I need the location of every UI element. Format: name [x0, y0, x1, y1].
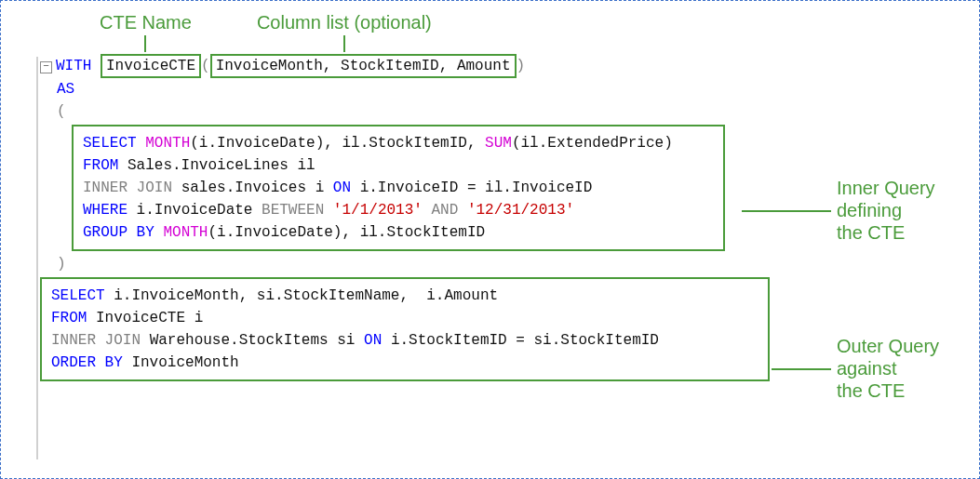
code-text: i.InvoiceMonth, si.StockItemName, i.Amou…: [105, 287, 498, 304]
code-line: (: [40, 100, 979, 123]
connector-vertical: [144, 35, 146, 52]
code-text: i.InvoiceDate: [128, 202, 262, 219]
box-cte-name: InvoiceCTE: [101, 54, 201, 78]
connector-vertical: [343, 35, 345, 52]
label-inner-query-l3: the CTE: [837, 221, 935, 244]
kw-from: FROM: [83, 157, 118, 174]
cte-identifier: InvoiceCTE: [106, 58, 195, 74]
code-text: sales.Invoices i: [172, 180, 333, 196]
code-line: FROM InvoiceCTE i: [51, 307, 758, 329]
column-list-text: InvoiceMonth, StockItemID, Amount: [216, 58, 511, 74]
label-inner-query-l2: defining: [837, 199, 935, 221]
connector-horizontal: [742, 210, 831, 212]
kw-order-by: ORDER BY: [51, 354, 123, 371]
label-outer-query: Outer Query against the CTE: [837, 335, 939, 402]
diagram-frame: CTE Name Column list (optional) Inner Qu…: [0, 0, 980, 479]
label-outer-query-l1: Outer Query: [837, 335, 939, 357]
kw-where: WHERE: [83, 202, 128, 219]
label-inner-query: Inner Query defining the CTE: [837, 177, 935, 244]
code-line: WHERE i.InvoiceDate BETWEEN '1/1/2013' A…: [83, 199, 714, 221]
code-text: InvoiceCTE i: [87, 310, 203, 326]
code-text: InvoiceMonth: [123, 354, 239, 371]
box-outer-query: SELECT i.InvoiceMonth, si.StockItemName,…: [40, 277, 770, 381]
box-column-list: InvoiceMonth, StockItemID, Amount: [210, 54, 517, 78]
code-line: AS: [40, 78, 979, 100]
code-line: SELECT i.InvoiceMonth, si.StockItemName,…: [51, 285, 758, 307]
code-line: FROM Sales.InvoiceLines il: [83, 154, 714, 177]
kw-between: BETWEEN: [262, 202, 324, 219]
code-text: i.InvoiceID = il.InvoiceID: [351, 180, 592, 196]
label-outer-query-l2: against: [837, 357, 939, 379]
code-text: Warehouse.StockItems si: [141, 332, 364, 349]
label-cte-name-text: CTE Name: [100, 12, 192, 33]
kw-as: AS: [57, 81, 74, 98]
kw-inner: INNER: [83, 180, 128, 196]
kw-from: FROM: [51, 310, 87, 326]
code-text: (i.InvoiceDate), il.StockItemID: [208, 224, 485, 241]
code-text: i.StockItemID = si.StockItemID: [382, 332, 659, 349]
code-line: INNER JOIN sales.Invoices i ON i.Invoice…: [83, 177, 714, 199]
collapse-icon[interactable]: −: [40, 61, 52, 73]
code-gutter-line: [36, 57, 38, 459]
code-line: −WITH InvoiceCTE(InvoiceMonth, StockItem…: [40, 54, 979, 78]
label-column-list-text: Column list (optional): [257, 12, 432, 33]
code-line: SELECT MONTH(i.InvoiceDate), il.StockIte…: [83, 132, 714, 154]
fn-month: MONTH: [163, 224, 208, 241]
code-line: ): [40, 253, 979, 275]
kw-group-by: GROUP BY: [83, 224, 154, 241]
fn-sum: SUM: [485, 135, 512, 152]
label-cte-name: CTE Name: [100, 12, 192, 52]
label-outer-query-l3: the CTE: [837, 379, 939, 402]
kw-on: ON: [333, 180, 351, 196]
top-labels: CTE Name Column list (optional): [100, 12, 979, 52]
fn-month: MONTH: [145, 135, 190, 152]
kw-and: AND: [431, 202, 458, 219]
kw-on: ON: [364, 332, 382, 349]
kw-with: WITH: [56, 58, 91, 74]
code-line: INNER JOIN Warehouse.StockItems si ON i.…: [51, 329, 758, 352]
label-column-list: Column list (optional): [257, 12, 432, 52]
code-area: Inner Query defining the CTE Outer Query…: [40, 54, 979, 381]
code-text: (il.ExtendedPrice): [512, 135, 673, 152]
label-inner-query-l1: Inner Query: [837, 177, 935, 199]
kw-join: JOIN: [128, 180, 172, 196]
kw-select: SELECT: [51, 287, 105, 304]
kw-inner: INNER: [51, 332, 96, 349]
string-literal: '1/1/2013': [324, 202, 431, 219]
paren-open: (: [57, 103, 66, 120]
string-literal: '12/31/2013': [458, 202, 574, 219]
code-line: GROUP BY MONTH(i.InvoiceDate), il.StockI…: [83, 221, 714, 244]
code-line: ORDER BY InvoiceMonth: [51, 352, 758, 374]
kw-select: SELECT: [83, 135, 137, 152]
kw-join: JOIN: [96, 332, 141, 349]
code-text: Sales.InvoiceLines il: [118, 157, 315, 174]
connector-horizontal: [772, 368, 831, 370]
paren-close: ): [57, 256, 66, 273]
box-inner-query: SELECT MONTH(i.InvoiceDate), il.StockIte…: [72, 125, 725, 251]
code-text: (i.InvoiceDate), il.StockItemID,: [190, 135, 485, 152]
